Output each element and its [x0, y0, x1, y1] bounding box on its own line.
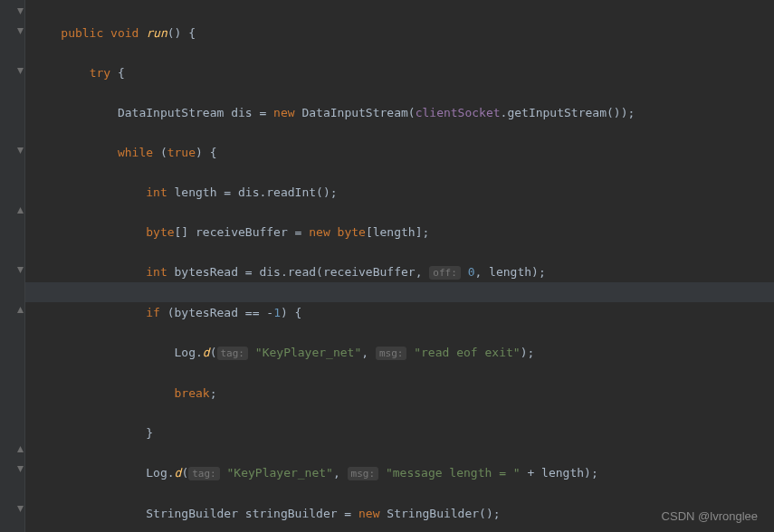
param-hint: msg: — [376, 347, 407, 360]
code-line: try { — [33, 63, 774, 83]
fold-icon[interactable] — [17, 207, 24, 214]
param-hint: tag: — [188, 467, 220, 480]
param-hint: msg: — [348, 467, 379, 480]
code-line: if (bytesRead == -1) { — [33, 303, 774, 323]
watermark: CSDN @lvronglee — [662, 509, 758, 523]
code-line: DataInputStream dis = new DataInputStrea… — [33, 103, 774, 123]
param-hint: off: — [429, 266, 461, 280]
code-line: while (true) { — [33, 143, 774, 163]
fold-icon[interactable] — [17, 8, 24, 14]
code-line: } — [33, 423, 774, 443]
code-editor[interactable]: public void run() { try { DataInputStrea… — [0, 0, 774, 532]
code-line: Log.d(tag: "KeyPlayer_net", msg: "read e… — [33, 343, 774, 364]
gutter — [0, 0, 25, 532]
fold-icon[interactable] — [17, 147, 24, 154]
code-line: break; — [33, 384, 774, 404]
param-hint: tag: — [217, 347, 249, 360]
fold-icon[interactable] — [17, 446, 24, 452]
fold-icon[interactable] — [17, 506, 24, 512]
code-line: Log.d(tag: "KeyPlayer_net", msg: "messag… — [33, 463, 774, 484]
fold-icon[interactable] — [17, 307, 24, 313]
code-line: int bytesRead = dis.read(receiveBuffer, … — [33, 262, 774, 283]
fold-icon[interactable] — [17, 466, 24, 472]
code-line: int length = dis.readInt(); — [33, 183, 774, 203]
fold-icon[interactable] — [17, 28, 24, 34]
code-line: byte[] receiveBuffer = new byte[length]; — [33, 223, 774, 242]
code-line: public void run() { — [33, 24, 774, 43]
fold-icon[interactable] — [17, 267, 24, 273]
fold-icon[interactable] — [17, 68, 24, 74]
